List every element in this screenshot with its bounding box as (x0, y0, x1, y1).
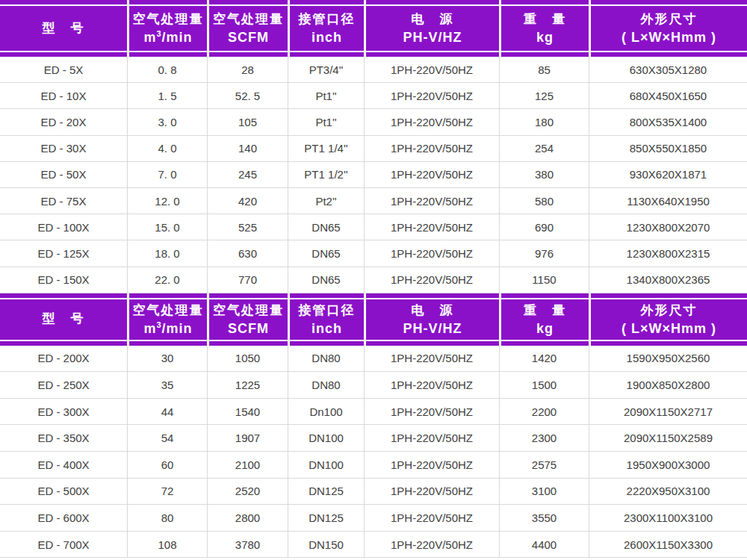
table-row: ED - 500X722520DN1251PH-220V/50HZ3100222… (0, 479, 747, 505)
cell-capacity-scfm: 420 (207, 188, 288, 214)
column-header-unit: SCFM (228, 320, 269, 337)
table-row: ED - 250X351225DN801PH-220V/50HZ15001900… (0, 372, 747, 399)
cell-capacity-scfm: 1907 (207, 425, 288, 451)
cell-port-size: Pt1'' (288, 109, 364, 134)
column-header-unit: PH-V/HZ (403, 29, 462, 46)
cell-dimensions: 1950X900X3000 (589, 452, 747, 478)
cell-dimensions: 850X550X1850 (589, 136, 747, 161)
cell-weight: 690 (499, 214, 589, 240)
column-header-label: 电 源 (412, 10, 454, 29)
cell-power: 1PH-220V/50HZ (364, 267, 499, 293)
cell-power: 1PH-220V/50HZ (364, 83, 499, 108)
cell-weight: 380 (499, 162, 589, 187)
cell-model: ED - 5X (0, 57, 127, 82)
cell-capacity-scfm: 630 (207, 240, 288, 266)
cell-dimensions: 1590X950X2560 (589, 346, 747, 372)
cell-power: 1PH-220V/50HZ (364, 214, 499, 240)
table-row: ED - 100X15. 0525DN651PH-220V/50HZ690123… (0, 214, 747, 240)
column-header-unit: inch (311, 29, 342, 46)
cell-power: 1PH-220V/50HZ (364, 109, 499, 134)
cell-capacity-scfm: 2100 (207, 452, 288, 478)
cell-capacity-m3min: 60 (127, 452, 207, 478)
cell-capacity-scfm: 2520 (207, 479, 288, 505)
cell-dimensions: 2600X1150X3300 (589, 532, 747, 558)
cell-capacity-scfm: 1050 (207, 346, 288, 372)
cell-model: ED - 150X (0, 267, 127, 293)
cell-capacity-m3min: 15. 0 (127, 214, 207, 240)
cell-dimensions: 800X535X1400 (589, 109, 747, 134)
table-row: ED - 10X1. 552. 5Pt1''1PH-220V/50HZ12568… (0, 83, 747, 109)
cell-capacity-m3min: 3. 0 (127, 109, 207, 134)
column-header-capacity-scfm: 空气处理量 SCFM (207, 0, 288, 57)
cell-dimensions: 1230X800X2070 (589, 214, 747, 240)
cell-dimensions: 1340X800X2365 (589, 267, 747, 293)
cell-power: 1PH-220V/50HZ (364, 240, 499, 266)
cell-weight: 1150 (499, 267, 589, 293)
cell-capacity-m3min: 22. 0 (127, 267, 207, 293)
cell-capacity-m3min: 44 (127, 399, 207, 425)
table-row: ED - 30X4. 0140PT1 1/4''1PH-220V/50HZ254… (0, 136, 747, 162)
cell-weight: 2300 (499, 425, 589, 451)
cell-dimensions: 2090X1150X2717 (589, 399, 747, 425)
cell-capacity-scfm: 245 (207, 162, 288, 187)
column-header-label: 电 源 (412, 302, 454, 320)
product-spec-table: 型 号 空气处理量 m3/min 空气处理量 SCFM 接管口径 inch 电 … (0, 0, 747, 558)
cell-model: ED - 75X (0, 188, 127, 214)
cell-capacity-scfm: 1540 (207, 399, 288, 425)
column-header-unit: PH-V/HZ (403, 320, 462, 337)
column-header-label: 空气处理量 (213, 302, 284, 320)
table-row: ED - 5X0. 828PT3/4''1PH-220V/50HZ85630X3… (0, 57, 747, 83)
table-row: ED - 700X1083780DN1501PH-220V/50HZ440026… (0, 532, 747, 559)
cell-capacity-m3min: 18. 0 (127, 240, 207, 266)
cell-dimensions: 1230X800X2315 (589, 240, 747, 266)
column-header-label: 型 号 (43, 310, 85, 329)
cell-capacity-scfm: 2800 (207, 505, 288, 531)
cell-port-size: PT3/4'' (288, 57, 364, 82)
cell-model: ED - 300X (0, 399, 127, 425)
cell-capacity-scfm: 1225 (207, 372, 288, 398)
cell-model: ED - 500X (0, 479, 127, 505)
cell-weight: 1500 (499, 372, 589, 398)
cell-power: 1PH-220V/50HZ (364, 532, 499, 558)
cell-capacity-m3min: 0. 8 (127, 57, 207, 82)
column-header-unit: SCFM (228, 29, 269, 46)
column-header-unit: kg (536, 29, 554, 46)
column-header-label: 重 量 (524, 10, 566, 29)
column-header-label: 空气处理量 (133, 10, 204, 29)
cell-weight: 1420 (499, 346, 589, 372)
cell-weight: 976 (499, 240, 589, 266)
table-row: ED - 75X12. 0420Pt2''1PH-220V/50HZ580113… (0, 188, 747, 214)
column-header-unit: m3/min (143, 29, 192, 46)
column-header-port-size: 接管口径 inch (288, 293, 364, 346)
cell-model: ED - 125X (0, 240, 127, 266)
cell-capacity-m3min: 35 (127, 372, 207, 398)
column-header-label: 外形尺寸 (641, 10, 698, 29)
cell-power: 1PH-220V/50HZ (364, 162, 499, 187)
cell-power: 1PH-220V/50HZ (364, 346, 499, 372)
cell-power: 1PH-220V/50HZ (364, 57, 499, 82)
column-header-label: 外形尺寸 (641, 302, 698, 320)
column-header-model: 型 号 (0, 293, 127, 346)
cell-model: ED - 50X (0, 162, 127, 187)
cell-power: 1PH-220V/50HZ (364, 425, 499, 451)
cell-dimensions: 2220X950X3100 (589, 479, 747, 505)
column-header-capacity-scfm: 空气处理量 SCFM (207, 293, 288, 346)
cell-capacity-scfm: 3780 (207, 532, 288, 558)
cell-dimensions: 1130X640X1950 (589, 188, 747, 214)
cell-port-size: DN65 (288, 267, 364, 293)
cell-port-size: DN65 (288, 240, 364, 266)
cell-dimensions: 2090X1150X2589 (589, 425, 747, 451)
cell-capacity-m3min: 54 (127, 425, 207, 451)
cell-weight: 180 (499, 109, 589, 134)
cell-capacity-m3min: 1. 5 (127, 83, 207, 108)
column-header-power: 电 源 PH-V/HZ (364, 293, 499, 346)
column-header-label: 接管口径 (299, 302, 356, 320)
column-header-unit: ( L×W×Hmm ) (622, 29, 716, 46)
column-header-label: 空气处理量 (213, 10, 284, 29)
cell-weight: 2575 (499, 452, 589, 478)
column-header-label: 接管口径 (299, 10, 356, 29)
cell-port-size: Dn100 (288, 399, 364, 425)
cell-port-size: DN125 (288, 505, 364, 531)
cell-model: ED - 350X (0, 425, 127, 451)
cell-model: ED - 200X (0, 346, 127, 372)
